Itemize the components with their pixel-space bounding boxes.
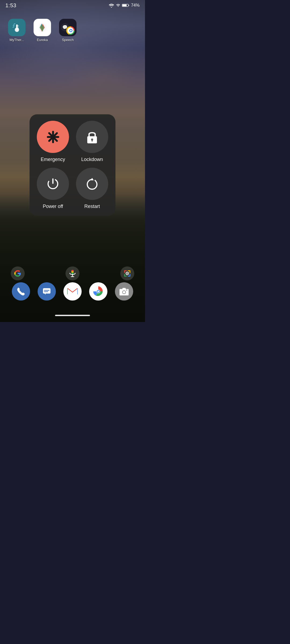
svg-point-48 [97, 291, 99, 292]
lockdown-label: Lockdown [81, 157, 103, 162]
lock-icon [85, 130, 99, 144]
app-speech[interactable]: 💬 Speech [59, 19, 77, 42]
status-icons: 74% [108, 3, 140, 8]
app-icon-speech[interactable]: 💬 [59, 19, 77, 36]
app-mytherm[interactable]: MyTher... [8, 19, 26, 42]
battery-percentage: 74% [131, 3, 140, 8]
svg-rect-35 [71, 270, 74, 271]
app-icon-eureka[interactable] [34, 19, 51, 36]
svg-rect-36 [71, 271, 74, 273]
dock-camera-button[interactable] [115, 282, 133, 301]
power-menu: Emergency Lockdown Power off [30, 114, 115, 216]
app-eureka[interactable]: Eureka [34, 19, 51, 42]
status-time: 1:53 [5, 2, 16, 9]
svg-point-25 [52, 136, 54, 138]
wifi-icon [108, 3, 114, 8]
google-logo-button[interactable] [11, 266, 25, 280]
app-label-speech: Speech [62, 38, 74, 42]
restart-circle[interactable] [76, 168, 108, 200]
svg-point-50 [123, 291, 125, 294]
asterisk-icon [46, 130, 60, 144]
status-bar: 1:53 74% [0, 0, 145, 11]
camera-icon [119, 287, 129, 296]
svg-rect-37 [71, 273, 74, 274]
navigation-pill [55, 315, 90, 316]
chrome-icon [93, 286, 104, 297]
lockdown-button[interactable]: Lockdown [75, 121, 109, 162]
emergency-circle[interactable] [37, 121, 69, 153]
mic-icon [69, 269, 76, 277]
poweroff-label: Power off [43, 204, 63, 209]
svg-point-20 [70, 30, 72, 31]
svg-point-51 [126, 290, 127, 291]
restart-button[interactable]: Restart [75, 168, 109, 209]
power-icon [46, 177, 60, 191]
svg-marker-41 [45, 294, 46, 295]
eureka-icon-svg [36, 21, 48, 34]
svg-line-8 [14, 24, 15, 24]
svg-rect-28 [92, 140, 93, 142]
messages-icon [42, 287, 52, 296]
app-label-mytherm: MyTher... [9, 38, 24, 42]
restart-label: Restart [84, 204, 100, 209]
app-label-eureka: Eureka [37, 38, 48, 42]
google-mic-button[interactable] [66, 266, 79, 280]
svg-rect-1 [128, 5, 129, 6]
svg-rect-2 [122, 5, 127, 6]
phone-icon [16, 287, 26, 296]
home-apps: MyTher... Eureka [8, 19, 77, 42]
svg-rect-40 [43, 288, 50, 294]
battery-icon [122, 3, 129, 8]
mytherm-icon-svg [12, 22, 22, 33]
dock-chrome-button[interactable] [89, 282, 107, 301]
speech-icon-svg: 💬 [59, 19, 77, 36]
poweroff-circle[interactable] [37, 168, 69, 200]
signal-icon [116, 3, 120, 8]
google-lens-button[interactable] [120, 266, 134, 280]
emergency-label: Emergency [41, 157, 65, 162]
restart-icon [85, 177, 99, 191]
dock-gmail-button[interactable] [63, 282, 82, 301]
dock-messages-button[interactable] [38, 282, 56, 301]
emergency-button[interactable]: Emergency [36, 121, 70, 162]
lens-icon [123, 269, 131, 277]
poweroff-button[interactable]: Power off [36, 168, 70, 209]
google-g-icon [14, 270, 21, 277]
app-icon-mytherm[interactable] [8, 19, 26, 36]
dock-phone-button[interactable] [12, 282, 30, 301]
svg-rect-4 [16, 24, 18, 30]
svg-point-39 [127, 273, 128, 274]
gmail-icon [67, 287, 78, 295]
svg-line-10 [13, 27, 14, 27]
dock [0, 282, 145, 301]
lockdown-circle[interactable] [76, 121, 108, 153]
search-bar-area [0, 266, 145, 280]
